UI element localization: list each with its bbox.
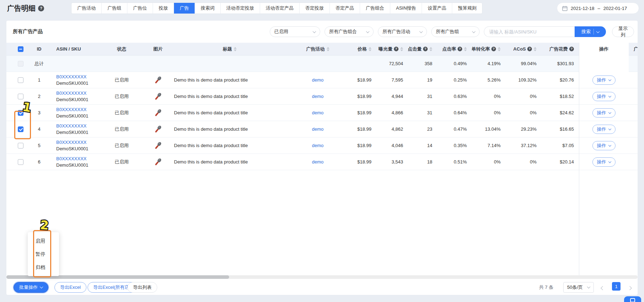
help-icon[interactable] <box>527 47 532 51</box>
help-icon[interactable] <box>38 5 44 11</box>
asin-link[interactable]: B0XXXXXXXX <box>56 156 86 161</box>
select-all-checkbox[interactable] <box>18 46 23 52</box>
row-action-button[interactable]: 操作 <box>592 125 616 134</box>
product-image[interactable] <box>153 125 163 134</box>
cell-spend: $20.14 <box>542 154 579 170</box>
row-action-button[interactable]: 操作 <box>592 157 616 167</box>
ad-group-filter-select[interactable]: 所有广告组 <box>431 26 480 37</box>
tab-search-terms[interactable]: 搜索词 <box>195 3 221 14</box>
cell-clicks: 19 <box>408 72 437 88</box>
display-columns-button[interactable]: 显示列 <box>612 26 634 37</box>
date-range-picker[interactable]: 2021-12-18 – 2022-01-17 <box>557 2 639 14</box>
table-row: 5 B0XXXXXXXXDemoSKU0001 已启用 Demo this is… <box>6 137 638 154</box>
tab-negative-products[interactable]: 否定产品 <box>330 3 360 14</box>
sort-icon[interactable] <box>400 47 403 51</box>
campaign-link[interactable]: demo <box>312 110 324 115</box>
col-acos[interactable]: ACoS <box>506 43 542 56</box>
product-image[interactable] <box>153 92 163 101</box>
cell-conversion: 0% <box>472 105 506 121</box>
next-page-button[interactable] <box>628 285 634 290</box>
tab-budget-rules[interactable]: 预算规则 <box>452 3 482 14</box>
campaign-link[interactable]: demo <box>312 126 324 132</box>
row-checkbox[interactable] <box>18 159 23 165</box>
asin-link[interactable]: B0XXXXXXXX <box>56 74 86 79</box>
sort-icon[interactable] <box>534 47 537 51</box>
campaign-link[interactable]: demo <box>312 143 324 148</box>
cell-conversion: 5.26% <box>472 72 506 88</box>
asin-link[interactable]: B0XXXXXXXX <box>56 140 86 145</box>
tab-campaigns[interactable]: 广告活动 <box>72 3 102 14</box>
batch-operations-button[interactable]: 批量操作 <box>14 282 48 293</box>
portfolio-filter-select[interactable]: 所有广告组合 <box>324 26 374 37</box>
row-checkbox[interactable] <box>18 110 23 116</box>
col-price[interactable]: 价格 <box>348 43 376 56</box>
tab-portfolios[interactable]: 广告组合 <box>360 3 390 14</box>
row-action-button[interactable]: 操作 <box>592 76 616 85</box>
chevron-down-icon <box>313 30 316 33</box>
help-icon[interactable] <box>491 47 496 51</box>
tab-negative-targeting[interactable]: 否定投放 <box>300 3 330 14</box>
asin-link[interactable]: B0XXXXXXXX <box>56 90 86 96</box>
sort-icon[interactable] <box>327 47 329 51</box>
status-filter-select[interactable]: 已启用 <box>270 26 320 37</box>
page-title-text: 广告明细 <box>7 4 36 13</box>
col-campaign[interactable]: 广告活动 <box>287 43 348 56</box>
product-image[interactable] <box>153 157 163 167</box>
row-checkbox[interactable] <box>18 126 23 132</box>
col-title[interactable]: 标题 <box>173 43 287 56</box>
cell-id: 6 <box>27 154 51 170</box>
menu-item-archive[interactable]: 归档 <box>28 261 59 274</box>
help-icon[interactable] <box>423 47 428 51</box>
search-button[interactable]: 搜索 <box>575 26 606 37</box>
help-icon[interactable] <box>394 47 398 51</box>
menu-item-pause[interactable]: 暂停 <box>28 248 59 261</box>
tab-set-products[interactable]: 设置产品 <box>422 3 452 14</box>
asin-link[interactable]: B0XXXXXXXX <box>56 107 86 112</box>
cell-sku: DemoSKU0001 <box>56 80 88 86</box>
campaign-link[interactable]: demo <box>312 159 324 165</box>
tab-campaign-negative-targeting[interactable]: 活动否定投放 <box>221 3 260 14</box>
sort-icon[interactable] <box>498 47 501 51</box>
asin-link[interactable]: B0XXXXXXXX <box>56 123 86 129</box>
tab-placements[interactable]: 广告位 <box>127 3 153 14</box>
col-conversion[interactable]: 订单转化率 <box>472 43 506 56</box>
prev-page-button[interactable] <box>601 285 607 290</box>
cell-title: Demo this is demo data product title <box>173 72 287 88</box>
current-page-button[interactable]: 1 <box>612 282 621 291</box>
col-clicks[interactable]: 点击量 <box>408 43 437 56</box>
row-checkbox[interactable] <box>18 94 23 99</box>
page-size-select[interactable]: 50条/页 <box>563 282 594 293</box>
row-action-button[interactable]: 操作 <box>592 92 616 101</box>
row-action-button[interactable]: 操作 <box>592 141 616 150</box>
product-image[interactable] <box>153 141 163 150</box>
section-title: 所有广告产品 <box>13 21 43 43</box>
sort-icon[interactable] <box>464 47 467 51</box>
export-list-button[interactable]: 导出列表 <box>127 282 157 293</box>
col-spend[interactable]: 广告花费 <box>542 43 579 56</box>
row-checkbox[interactable] <box>18 143 23 149</box>
col-ctr[interactable]: 点击率 <box>437 43 472 56</box>
search-input[interactable] <box>484 26 575 37</box>
tab-campaign-negative-products[interactable]: 活动否定产品 <box>260 3 300 14</box>
sort-icon[interactable] <box>234 47 237 51</box>
tab-ads[interactable]: 广告 <box>174 3 195 14</box>
sort-icon[interactable] <box>369 47 371 51</box>
row-checkbox[interactable] <box>18 77 23 83</box>
campaign-link[interactable]: demo <box>312 77 324 83</box>
horizontal-scrollbar[interactable] <box>6 275 638 279</box>
help-icon[interactable] <box>458 47 462 51</box>
col-impressions[interactable]: 曝光量 <box>376 43 408 56</box>
export-excel-button[interactable]: 导出Excel <box>54 282 86 293</box>
tab-targeting[interactable]: 投放 <box>153 3 174 14</box>
help-icon[interactable] <box>569 47 574 51</box>
tab-ad-groups[interactable]: 广告组 <box>102 3 127 14</box>
campaign-link[interactable]: demo <box>312 94 324 99</box>
row-action-button[interactable]: 操作 <box>592 108 616 118</box>
campaign-filter-select[interactable]: 所有广告活动 <box>378 26 427 37</box>
sort-icon[interactable] <box>429 47 432 51</box>
floating-corner-button[interactable] <box>624 296 641 302</box>
product-image[interactable] <box>153 76 163 85</box>
product-image[interactable] <box>153 108 163 118</box>
tab-asin-report[interactable]: ASIN报告 <box>390 3 422 14</box>
menu-item-enable[interactable]: 启用 <box>28 234 59 248</box>
